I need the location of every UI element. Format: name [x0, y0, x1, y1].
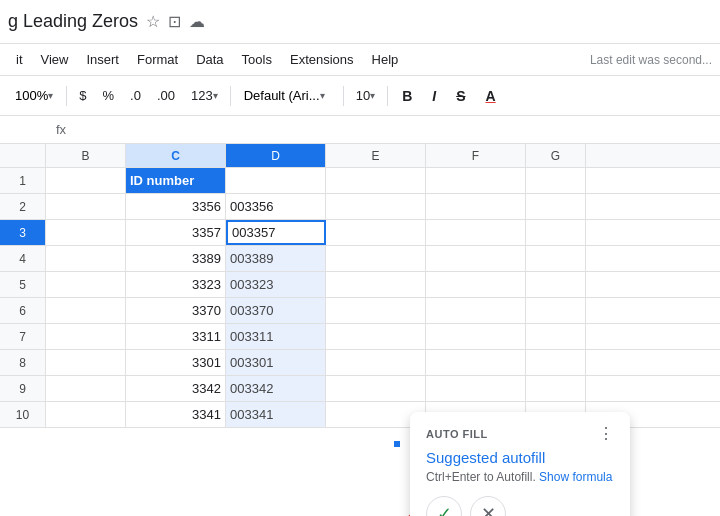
- col-header-d[interactable]: D: [226, 144, 326, 167]
- font-color-button[interactable]: A: [478, 84, 504, 108]
- font-size-chevron-icon: ▾: [370, 90, 375, 101]
- cell-e8[interactable]: [326, 350, 426, 375]
- col-header-g[interactable]: G: [526, 144, 586, 167]
- menu-item-format[interactable]: Format: [129, 48, 186, 71]
- cell-e7[interactable]: [326, 324, 426, 349]
- cell-f8[interactable]: [426, 350, 526, 375]
- cell-d4[interactable]: 003389: [226, 246, 326, 271]
- font-selector[interactable]: Default (Ari... ▾: [237, 85, 337, 106]
- cell-d3[interactable]: 003357: [226, 220, 326, 245]
- show-formula-link[interactable]: Show formula: [539, 470, 612, 484]
- strikethrough-button[interactable]: S: [448, 84, 473, 108]
- percent-button[interactable]: %: [96, 84, 120, 107]
- cell-c5[interactable]: 3323: [126, 272, 226, 297]
- cell-b2[interactable]: [46, 194, 126, 219]
- cell-c1[interactable]: ID number: [126, 168, 226, 193]
- zoom-selector[interactable]: 100% ▾: [8, 85, 60, 106]
- cell-d1[interactable]: [226, 168, 326, 193]
- menu-item-tools[interactable]: Tools: [234, 48, 280, 71]
- cell-b9[interactable]: [46, 376, 126, 401]
- popup-menu-icon[interactable]: ⋮: [598, 424, 614, 443]
- cloud-icon[interactable]: ☁: [189, 12, 205, 31]
- cell-f9[interactable]: [426, 376, 526, 401]
- italic-button[interactable]: I: [424, 84, 444, 108]
- cell-c2[interactable]: 3356: [126, 194, 226, 219]
- cell-d9[interactable]: 003342: [226, 376, 326, 401]
- cell-g6[interactable]: [526, 298, 586, 323]
- cell-c10[interactable]: 3341: [126, 402, 226, 427]
- cell-g7[interactable]: [526, 324, 586, 349]
- menu-item-it[interactable]: it: [8, 48, 31, 71]
- cell-d8[interactable]: 003301: [226, 350, 326, 375]
- cell-d6[interactable]: 003370: [226, 298, 326, 323]
- cell-c7[interactable]: 3311: [126, 324, 226, 349]
- currency-button[interactable]: $: [73, 84, 92, 107]
- cell-value: ID number: [130, 173, 194, 188]
- cell-value: 003370: [230, 303, 273, 318]
- cell-e2[interactable]: [326, 194, 426, 219]
- cell-e4[interactable]: [326, 246, 426, 271]
- accept-autofill-button[interactable]: ✓: [426, 496, 462, 516]
- cell-b8[interactable]: [46, 350, 126, 375]
- cell-g8[interactable]: [526, 350, 586, 375]
- cell-d7[interactable]: 003311: [226, 324, 326, 349]
- cell-g3[interactable]: [526, 220, 586, 245]
- menu-item-extensions[interactable]: Extensions: [282, 48, 362, 71]
- cell-value: 3341: [192, 407, 221, 422]
- cell-d5[interactable]: 003323: [226, 272, 326, 297]
- cell-c8[interactable]: 3301: [126, 350, 226, 375]
- cell-c6[interactable]: 3370: [126, 298, 226, 323]
- cell-b4[interactable]: [46, 246, 126, 271]
- cell-g9[interactable]: [526, 376, 586, 401]
- cell-e5[interactable]: [326, 272, 426, 297]
- cell-f5[interactable]: [426, 272, 526, 297]
- format-number-button[interactable]: 123 ▾: [185, 84, 224, 107]
- cell-e9[interactable]: [326, 376, 426, 401]
- cell-c9[interactable]: 3342: [126, 376, 226, 401]
- menu-item-view[interactable]: View: [33, 48, 77, 71]
- cell-g1[interactable]: [526, 168, 586, 193]
- cell-b1[interactable]: [46, 168, 126, 193]
- zoom-value: 100%: [15, 88, 48, 103]
- cell-f3[interactable]: [426, 220, 526, 245]
- cell-b3[interactable]: [46, 220, 126, 245]
- cell-g2[interactable]: [526, 194, 586, 219]
- cell-f2[interactable]: [426, 194, 526, 219]
- cell-d2[interactable]: 003356: [226, 194, 326, 219]
- menu-item-insert[interactable]: Insert: [78, 48, 127, 71]
- cell-b5[interactable]: [46, 272, 126, 297]
- copy-icon[interactable]: ⊡: [168, 12, 181, 31]
- autofill-handle[interactable]: [393, 440, 401, 448]
- bold-button[interactable]: B: [394, 84, 420, 108]
- cell-f4[interactable]: [426, 246, 526, 271]
- cell-c3[interactable]: 3357: [126, 220, 226, 245]
- cell-b6[interactable]: [46, 298, 126, 323]
- percent-label: %: [102, 88, 114, 103]
- menu-item-data[interactable]: Data: [188, 48, 231, 71]
- col-header-c[interactable]: C: [126, 144, 226, 167]
- cell-value: 3356: [192, 199, 221, 214]
- cell-d10[interactable]: 003341: [226, 402, 326, 427]
- cell-f6[interactable]: [426, 298, 526, 323]
- col-header-f[interactable]: F: [426, 144, 526, 167]
- cell-g5[interactable]: [526, 272, 586, 297]
- cell-e1[interactable]: [326, 168, 426, 193]
- cell-b10[interactable]: [46, 402, 126, 427]
- cell-f1[interactable]: [426, 168, 526, 193]
- font-size-selector[interactable]: 10 ▾: [350, 84, 381, 107]
- cell-g4[interactable]: [526, 246, 586, 271]
- cell-e3[interactable]: [326, 220, 426, 245]
- menu-item-help[interactable]: Help: [364, 48, 407, 71]
- decimal-increase-button[interactable]: .00: [151, 84, 181, 107]
- popup-actions: ✓ ✕: [426, 496, 614, 516]
- cell-f7[interactable]: [426, 324, 526, 349]
- cell-b7[interactable]: [46, 324, 126, 349]
- cell-e6[interactable]: [326, 298, 426, 323]
- reject-autofill-button[interactable]: ✕: [470, 496, 506, 516]
- cell-c4[interactable]: 3389: [126, 246, 226, 271]
- col-header-e[interactable]: E: [326, 144, 426, 167]
- star-icon[interactable]: ☆: [146, 12, 160, 31]
- col-header-b[interactable]: B: [46, 144, 126, 167]
- decimal-decrease-button[interactable]: .0: [124, 84, 147, 107]
- row-number: 3: [0, 220, 46, 245]
